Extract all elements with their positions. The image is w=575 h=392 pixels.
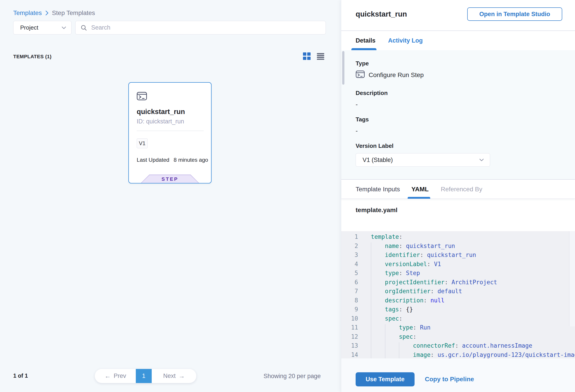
panel-title: quickstart_run [356, 10, 407, 18]
breadcrumb-chevron-right-icon [45, 10, 49, 16]
code-line: 1template: [341, 232, 575, 241]
description-label: Description [356, 90, 388, 96]
prev-page-button[interactable]: ← Prev [95, 369, 136, 383]
code-line: 9tags: {} [341, 305, 575, 314]
header-divider [341, 30, 575, 31]
grid-view-button[interactable] [303, 52, 311, 60]
description-value: - [356, 101, 358, 108]
indent-guide [399, 342, 399, 358]
next-label: Next [163, 372, 176, 379]
grid-icon [303, 57, 311, 61]
step-type-badge-label: STEP [162, 176, 178, 182]
app: Templates Step Templates Project TEMPLAT… [0, 0, 575, 392]
version-select-value: V1 (Stable) [362, 157, 479, 163]
search-icon [80, 24, 87, 31]
code-lines: 1template:2name: quickstart_run3identifi… [341, 232, 575, 358]
type-label: Type [356, 60, 369, 67]
open-in-template-studio-button[interactable]: Open in Template Studio [467, 7, 562, 21]
per-page-text: Showing 20 per page [264, 373, 321, 380]
tab-referenced-by[interactable]: Referenced By [441, 186, 482, 193]
use-template-button[interactable]: Use Template [356, 372, 415, 386]
yaml-editor[interactable]: 1template:2name: quickstart_run3identifi… [341, 231, 575, 358]
templates-count-heading: TEMPLATES (1) [13, 54, 51, 60]
card-id: ID: quickstart_run [137, 118, 184, 125]
indent-guide [385, 324, 385, 358]
version-select[interactable]: V1 (Stable) [356, 153, 490, 167]
code-line: 3identifier: quickstart_run [341, 251, 575, 260]
tab-yaml[interactable]: YAML [411, 186, 429, 193]
panel-footer: Use Template Copy to Pipeline [341, 358, 575, 392]
version-label: Version Label [356, 142, 393, 149]
active-subtab-underline [407, 197, 430, 199]
code-line: 11type: Run [341, 323, 575, 332]
step-type-badge: STEP [141, 175, 199, 183]
yaml-filename: template.yaml [356, 207, 398, 214]
list-icon [317, 57, 324, 61]
code-line: 10spec: [341, 314, 575, 323]
search-input[interactable] [91, 24, 321, 31]
tags-value: - [356, 127, 358, 134]
prev-label: Prev [114, 372, 126, 379]
tab-details[interactable]: Details [356, 37, 376, 44]
chevron-down-icon [61, 26, 66, 29]
subtabs: Template Inputs YAML Referenced By [341, 180, 575, 199]
copy-to-pipeline-button[interactable]: Copy to Pipeline [425, 376, 474, 383]
scope-select-value: Project [20, 24, 61, 31]
search-box [75, 21, 326, 34]
tab-template-inputs[interactable]: Template Inputs [356, 186, 400, 193]
code-line: 6projectIdentifier: ArchitProject [341, 278, 575, 287]
arrow-right-icon: → [179, 372, 185, 380]
breadcrumb-current: Step Templates [52, 9, 95, 17]
scope-select[interactable]: Project [13, 21, 72, 34]
pagination-summary: 1 of 1 [13, 372, 28, 379]
list-view-button[interactable] [317, 53, 324, 60]
type-value: Configure Run Step [369, 71, 424, 79]
version-badge: V1 [137, 138, 148, 148]
last-updated-value: 8 minutes ago [174, 157, 208, 163]
arrow-left-icon: ← [104, 372, 111, 380]
code-line: 12spec: [341, 332, 575, 341]
code-line: 14image: us.gcr.io/playground-123/quicks… [341, 350, 575, 359]
pagination: ← Prev 1 Next → [95, 369, 196, 383]
breadcrumb-link-templates[interactable]: Templates [13, 9, 42, 17]
scrollbar-thumb[interactable] [342, 51, 344, 85]
active-tab-underline [351, 48, 377, 50]
card-divider [137, 131, 204, 131]
code-line: 5type: Step [341, 269, 575, 278]
last-updated-row: Last Updated 8 minutes ago [137, 157, 208, 163]
last-updated-label: Last Updated [137, 157, 169, 163]
card-title: quickstart_run [137, 108, 185, 116]
next-page-button[interactable]: Next → [152, 369, 196, 383]
tab-activity-log[interactable]: Activity Log [388, 37, 423, 44]
code-line: 13connectorRef: account.harnessImage [341, 341, 575, 350]
code-line: 4versionLabel: V1 [341, 260, 575, 269]
template-details-panel: quickstart_run Open in Template Studio D… [341, 0, 575, 392]
template-card[interactable]: quickstart_run ID: quickstart_run V1 Las… [128, 82, 212, 184]
terminal-run-step-icon [356, 70, 365, 78]
terminal-run-step-icon [137, 92, 147, 101]
chevron-down-icon [479, 158, 484, 161]
details-section: Type Configure Run Step Description - Ta… [341, 50, 575, 180]
indent-guide [371, 242, 371, 358]
tags-label: Tags [356, 116, 369, 123]
breadcrumb: Templates Step Templates [13, 8, 95, 18]
code-line: 7orgIdentifier: default [341, 287, 575, 296]
page-1-button[interactable]: 1 [136, 369, 152, 383]
editor-scrollbar-gutter[interactable] [569, 231, 575, 326]
code-line: 8description: null [341, 296, 575, 305]
code-line: 2name: quickstart_run [341, 241, 575, 251]
template-list-panel: Templates Step Templates Project TEMPLAT… [0, 0, 341, 392]
